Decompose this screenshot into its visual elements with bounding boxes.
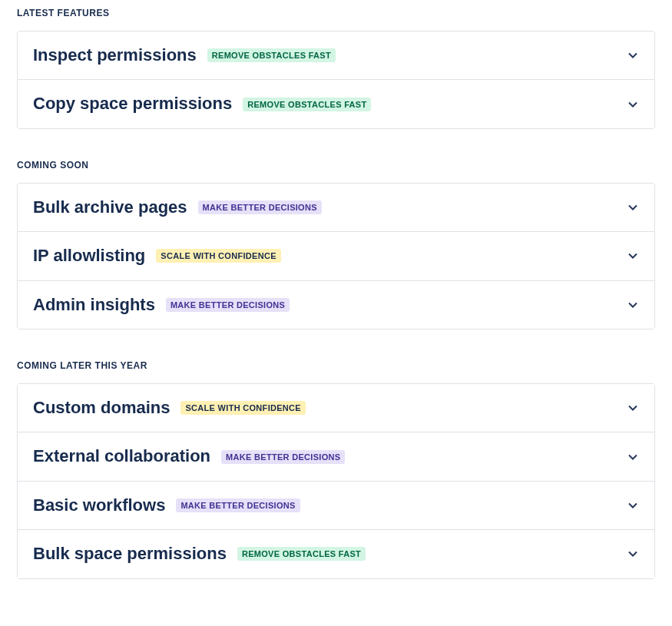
badge-better-decisions: MAKE BETTER DECISIONS bbox=[198, 200, 322, 214]
item-title: Bulk archive pages bbox=[33, 197, 187, 217]
item-title: Copy space permissions bbox=[33, 94, 232, 114]
accordion-list: Bulk archive pages MAKE BETTER DECISIONS… bbox=[17, 183, 655, 330]
badge-scale-confidence: SCALE WITH CONFIDENCE bbox=[180, 401, 306, 415]
item-content: Inspect permissions REMOVE OBSTACLES FAS… bbox=[33, 45, 336, 65]
accordion-item-bulk-space-permissions[interactable]: Bulk space permissions REMOVE OBSTACLES … bbox=[18, 529, 654, 578]
item-title: External collaboration bbox=[33, 446, 210, 466]
item-content: IP allowlisting SCALE WITH CONFIDENCE bbox=[33, 246, 281, 266]
item-content: Bulk space permissions REMOVE OBSTACLES … bbox=[33, 544, 366, 564]
section-heading-coming-soon: COMING SOON bbox=[17, 160, 655, 171]
chevron-down-icon bbox=[627, 402, 639, 414]
item-content: Custom domains SCALE WITH CONFIDENCE bbox=[33, 398, 306, 418]
item-title: IP allowlisting bbox=[33, 246, 145, 266]
chevron-down-icon bbox=[627, 250, 639, 262]
chevron-down-icon bbox=[627, 299, 639, 311]
item-content: Basic workflows MAKE BETTER DECISIONS bbox=[33, 495, 300, 515]
badge-remove-obstacles: REMOVE OBSTACLES FAST bbox=[207, 48, 336, 62]
badge-scale-confidence: SCALE WITH CONFIDENCE bbox=[156, 249, 281, 263]
accordion-item-external-collaboration[interactable]: External collaboration MAKE BETTER DECIS… bbox=[18, 432, 654, 480]
badge-better-decisions: MAKE BETTER DECISIONS bbox=[176, 498, 300, 512]
badge-remove-obstacles: REMOVE OBSTACLES FAST bbox=[237, 547, 366, 561]
badge-better-decisions: MAKE BETTER DECISIONS bbox=[166, 298, 290, 312]
chevron-down-icon bbox=[627, 451, 639, 463]
accordion-item-bulk-archive-pages[interactable]: Bulk archive pages MAKE BETTER DECISIONS bbox=[18, 184, 654, 231]
item-title: Bulk space permissions bbox=[33, 544, 227, 564]
chevron-down-icon bbox=[627, 548, 639, 560]
section-coming-soon: COMING SOON Bulk archive pages MAKE BETT… bbox=[17, 160, 655, 330]
accordion-list: Inspect permissions REMOVE OBSTACLES FAS… bbox=[17, 31, 655, 129]
chevron-down-icon bbox=[627, 201, 639, 214]
item-title: Custom domains bbox=[33, 398, 170, 418]
accordion-item-admin-insights[interactable]: Admin insights MAKE BETTER DECISIONS bbox=[18, 280, 654, 329]
item-content: Copy space permissions REMOVE OBSTACLES … bbox=[33, 94, 371, 114]
badge-better-decisions: MAKE BETTER DECISIONS bbox=[221, 450, 345, 464]
accordion-item-inspect-permissions[interactable]: Inspect permissions REMOVE OBSTACLES FAS… bbox=[18, 31, 654, 79]
section-heading-latest: LATEST FEATURES bbox=[17, 8, 655, 18]
badge-remove-obstacles: REMOVE OBSTACLES FAST bbox=[243, 98, 371, 111]
chevron-down-icon bbox=[627, 98, 639, 111]
item-content: External collaboration MAKE BETTER DECIS… bbox=[33, 446, 345, 466]
item-content: Bulk archive pages MAKE BETTER DECISIONS bbox=[33, 197, 322, 217]
accordion-item-copy-space-permissions[interactable]: Copy space permissions REMOVE OBSTACLES … bbox=[18, 79, 654, 128]
accordion-list: Custom domains SCALE WITH CONFIDENCE Ext… bbox=[17, 383, 655, 579]
accordion-item-custom-domains[interactable]: Custom domains SCALE WITH CONFIDENCE bbox=[18, 384, 654, 432]
accordion-item-ip-allowlisting[interactable]: IP allowlisting SCALE WITH CONFIDENCE bbox=[18, 231, 654, 280]
accordion-item-basic-workflows[interactable]: Basic workflows MAKE BETTER DECISIONS bbox=[18, 481, 654, 529]
item-title: Admin insights bbox=[33, 295, 155, 315]
item-title: Basic workflows bbox=[33, 495, 165, 515]
section-heading-coming-later: COMING LATER THIS YEAR bbox=[17, 360, 655, 371]
section-coming-later: COMING LATER THIS YEAR Custom domains SC… bbox=[17, 360, 655, 579]
chevron-down-icon bbox=[627, 49, 639, 61]
item-title: Inspect permissions bbox=[33, 45, 197, 65]
item-content: Admin insights MAKE BETTER DECISIONS bbox=[33, 295, 290, 315]
section-latest-features: LATEST FEATURES Inspect permissions REMO… bbox=[17, 8, 655, 129]
chevron-down-icon bbox=[627, 499, 639, 512]
